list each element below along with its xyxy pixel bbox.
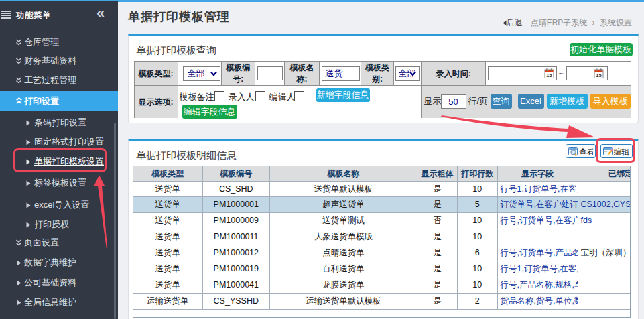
svg-text:15: 15 xyxy=(596,72,601,78)
svg-text:15: 15 xyxy=(546,72,552,78)
